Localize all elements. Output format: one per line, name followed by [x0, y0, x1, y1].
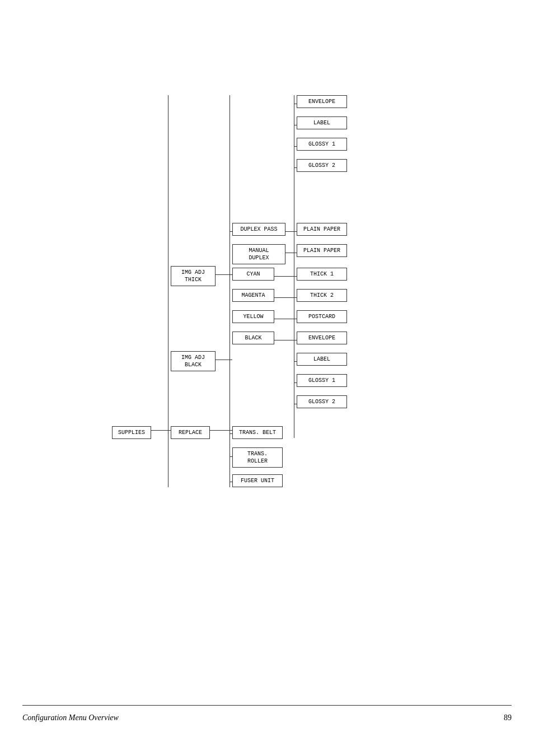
line-replace-h2: [210, 430, 232, 431]
node-fuser-unit: FUSER UNIT: [232, 474, 283, 487]
line-label-black-h: [294, 361, 297, 362]
node-glossy2-black: GLOSSY 2: [297, 395, 347, 408]
line-magenta-col4: [274, 297, 294, 298]
node-plain-paper-manual: PLAIN PAPER: [297, 244, 347, 257]
node-replace: REPLACE: [171, 426, 210, 439]
node-manual-duplex: MANUAL DUPLEX: [232, 244, 285, 264]
diagram-area: ENVELOPE LABEL GLOSSY 1 GLOSSY 2 DUPLEX …: [112, 95, 504, 532]
line-glossy2-top-h: [294, 167, 297, 168]
node-img-adj-black: IMG ADJ BLACK: [171, 351, 216, 371]
node-glossy1-black: GLOSSY 1: [297, 374, 347, 387]
node-thick2: THICK 2: [297, 289, 347, 302]
line-plain-paper-d-h: [294, 231, 297, 232]
footer-page: 89: [504, 713, 512, 722]
line-plain-paper-m-h: [294, 253, 297, 253]
line-yellow-col4: [274, 319, 294, 319]
node-thick1: THICK 1: [297, 268, 347, 281]
line-duplex-pass-col4: [285, 231, 294, 232]
line-glossy1-black-h: [294, 382, 297, 383]
line-thick2-h: [294, 297, 297, 298]
line-black-col4: [274, 340, 294, 340]
line-fuser-unit-h: [229, 482, 232, 482]
line-col2-col3: [229, 95, 230, 487]
node-plain-paper-duplex: PLAIN PAPER: [297, 223, 347, 236]
line-main-vert: [168, 95, 168, 487]
node-trans-belt: TRANS. BELT: [232, 426, 283, 439]
node-label-top: LABEL: [297, 116, 347, 129]
node-magenta: MAGENTA: [232, 289, 274, 302]
node-img-adj-thick: IMG ADJ THICK: [171, 266, 216, 286]
line-col4-black-v: [294, 340, 294, 438]
line-img-adj-thick-h: [216, 274, 232, 275]
node-yellow: YELLOW: [232, 310, 274, 323]
line-glossy1-top-h: [294, 146, 297, 147]
line-trans-belt-h: [229, 433, 232, 434]
node-glossy2-top: GLOSSY 2: [297, 159, 347, 172]
node-postcard: POSTCARD: [297, 310, 347, 323]
node-envelope-black: ENVELOPE: [297, 332, 347, 344]
footer-line: [22, 705, 512, 706]
line-trans-roller-h: [229, 456, 232, 457]
line-replace-h: [168, 430, 171, 431]
node-glossy1-top: GLOSSY 1: [297, 138, 347, 151]
node-duplex-pass: DUPLEX PASS: [232, 223, 285, 236]
line-postcard-h: [294, 319, 297, 319]
line-img-adj-black-h: [216, 360, 232, 360]
line-label-top-h: [294, 125, 297, 125]
node-trans-roller: TRANS. ROLLER: [232, 447, 283, 468]
node-label-black: LABEL: [297, 353, 347, 366]
line-envelope-top-h: [294, 104, 297, 104]
node-cyan: CYAN: [232, 268, 274, 281]
line-thick1-h: [294, 276, 297, 277]
node-envelope-top: ENVELOPE: [297, 95, 347, 108]
node-supplies: SUPPLIES: [112, 426, 151, 439]
line-cyan-col4: [274, 276, 294, 277]
line-glossy2-black-h: [294, 404, 297, 404]
line-manual-duplex-col4: [285, 253, 294, 253]
footer-title: Configuration Menu Overview: [22, 713, 119, 722]
node-black: BLACK: [232, 332, 274, 344]
line-duplex-pass-h: [229, 231, 232, 232]
